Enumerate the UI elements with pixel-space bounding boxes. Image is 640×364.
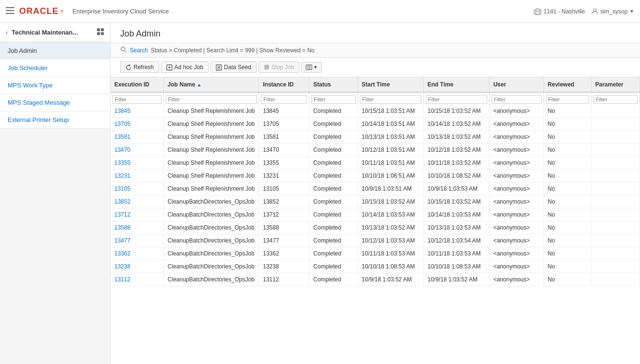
col-filter-status[interactable] (309, 93, 358, 106)
cell-start_time: 10/12/18 1:03:51 AM (357, 144, 423, 157)
col-header-instance_id[interactable]: Instance ID (259, 77, 309, 92)
col-filter-end_time[interactable] (423, 93, 489, 106)
cell-execution_id[interactable]: 13588 (111, 221, 163, 234)
adhoc-button[interactable]: Ad hoc Job (161, 61, 209, 73)
cell-instance_id: 13845 (259, 105, 309, 118)
columns-button[interactable]: ▼ (301, 62, 322, 73)
col-filter-start_time[interactable] (357, 93, 423, 106)
col-header-job_name[interactable]: Job Name ▲ (163, 77, 258, 92)
cell-status: Completed (309, 234, 358, 247)
cell-execution_id[interactable]: 13845 (111, 105, 163, 118)
search-button[interactable]: Search (130, 47, 148, 54)
execution-id-link[interactable]: 13705 (114, 121, 130, 127)
filter-input-end_time[interactable] (426, 95, 487, 104)
sidebar-grid-icon[interactable] (97, 28, 104, 37)
col-header-user[interactable]: User (489, 77, 543, 92)
cell-execution_id[interactable]: 13362 (111, 247, 163, 260)
table-container[interactable]: Execution IDJob Name ▲Instance IDStatusS… (111, 77, 640, 364)
cell-instance_id: 13477 (259, 234, 309, 247)
execution-id-link[interactable]: 13712 (114, 211, 130, 218)
col-header-end_time[interactable]: End Time (423, 77, 489, 92)
cell-execution_id[interactable]: 13705 (111, 118, 163, 131)
cell-reviewed: No (543, 260, 591, 273)
execution-id-link[interactable]: 13105 (114, 185, 130, 192)
execution-id-link[interactable]: 13470 (114, 146, 130, 153)
cell-parameter (591, 195, 640, 208)
sidebar-item-job-admin[interactable]: Job Admin (0, 42, 110, 60)
stopjob-button[interactable]: Stop Job (258, 61, 299, 73)
dataseed-button[interactable]: Data Seed (210, 61, 257, 73)
cell-status: Completed (309, 144, 358, 157)
col-filter-reviewed[interactable] (543, 93, 591, 106)
cell-user: <anonymous> (489, 234, 543, 247)
col-filter-user[interactable] (489, 93, 543, 106)
cell-execution_id[interactable]: 13852 (111, 195, 163, 208)
cell-execution_id[interactable]: 13477 (111, 234, 163, 247)
execution-id-link[interactable]: 13845 (114, 108, 130, 114)
stopjob-icon (264, 64, 270, 70)
cell-user: <anonymous> (489, 131, 543, 144)
sidebar-item-job-scheduler[interactable]: Job Scheduler (0, 60, 110, 77)
execution-id-link[interactable]: 13588 (114, 224, 130, 231)
col-header-status[interactable]: Status (309, 77, 358, 92)
sidebar-breadcrumb: ‹ Technical Maintenan... (0, 23, 110, 42)
user-info[interactable]: sim_sysop ▼ (591, 8, 634, 15)
col-header-start_time[interactable]: Start Time (357, 77, 423, 92)
filter-input-reviewed[interactable] (546, 95, 589, 104)
col-filter-execution_id[interactable] (111, 93, 163, 106)
filter-input-parameter[interactable] (593, 95, 638, 104)
execution-id-link[interactable]: 13581 (114, 133, 130, 140)
refresh-button[interactable]: Refresh (120, 61, 159, 73)
cell-execution_id[interactable]: 13231 (111, 170, 163, 182)
cell-execution_id[interactable]: 13581 (111, 131, 163, 144)
cell-end_time: 10/9/18 1:03:53 AM (423, 182, 489, 195)
cell-start_time: 10/15/18 1:03:52 AM (357, 195, 423, 208)
execution-id-link[interactable]: 13852 (114, 198, 130, 205)
svg-line-11 (125, 51, 127, 53)
cell-execution_id[interactable]: 13355 (111, 157, 163, 170)
sidebar-item-external-printer-setup[interactable]: External Printer Setup (0, 111, 110, 129)
filter-input-start_time[interactable] (360, 95, 421, 104)
oracle-text: ORACLE (19, 6, 59, 16)
filter-input-user[interactable] (492, 95, 542, 104)
col-filter-instance_id[interactable] (259, 93, 309, 106)
execution-id-link[interactable]: 13112 (114, 276, 130, 283)
job-table: Execution IDJob Name ▲Instance IDStatusS… (111, 77, 640, 286)
cell-job_name: CleanupBatchDirectories_OpsJob (163, 195, 258, 208)
user-dropdown-icon[interactable]: ▼ (629, 9, 634, 14)
cell-execution_id[interactable]: 13238 (111, 260, 163, 273)
back-arrow-icon[interactable]: ‹ (6, 29, 8, 36)
svg-rect-0 (6, 7, 14, 8)
execution-id-link[interactable]: 13477 (114, 237, 130, 244)
table-row: 13852CleanupBatchDirectories_OpsJob13852… (111, 195, 640, 208)
col-header-execution_id[interactable]: Execution ID (111, 77, 163, 92)
cell-instance_id: 13355 (259, 157, 309, 170)
cell-start_time: 10/9/18 1:03:52 AM (357, 273, 423, 286)
cell-end_time: 10/11/18 1:03:53 AM (423, 247, 489, 260)
col-filter-job_name[interactable] (163, 93, 258, 106)
col-header-parameter[interactable]: Parameter (591, 77, 640, 92)
cell-instance_id: 13362 (259, 247, 309, 260)
cell-reviewed: No (543, 118, 591, 131)
execution-id-link[interactable]: 13362 (114, 250, 130, 257)
filter-input-execution_id[interactable] (112, 95, 161, 104)
execution-id-link[interactable]: 13231 (114, 172, 130, 179)
sidebar-item-mps-staged-message[interactable]: MPS Staged Message (0, 94, 110, 111)
col-filter-parameter[interactable] (591, 93, 640, 106)
sidebar-item-mps-work-type[interactable]: MPS Work Type (0, 77, 110, 94)
cell-execution_id[interactable]: 13112 (111, 273, 163, 286)
col-header-reviewed[interactable]: Reviewed (543, 77, 591, 92)
cell-instance_id: 13705 (259, 118, 309, 131)
cell-start_time: 10/10/18 1:08:51 AM (357, 170, 423, 182)
filter-input-job_name[interactable] (166, 95, 257, 104)
cell-execution_id[interactable]: 13712 (111, 208, 163, 221)
cell-execution_id[interactable]: 13105 (111, 182, 163, 195)
filter-input-status[interactable] (311, 95, 356, 104)
hamburger-icon[interactable] (6, 7, 14, 16)
cell-user: <anonymous> (489, 118, 543, 131)
filter-input-instance_id[interactable] (261, 95, 307, 104)
cell-execution_id[interactable]: 13470 (111, 144, 163, 157)
execution-id-link[interactable]: 13238 (114, 263, 130, 270)
table-row: 13231Cleanup Shelf Replenishment Job1323… (111, 170, 640, 182)
execution-id-link[interactable]: 13355 (114, 159, 130, 166)
